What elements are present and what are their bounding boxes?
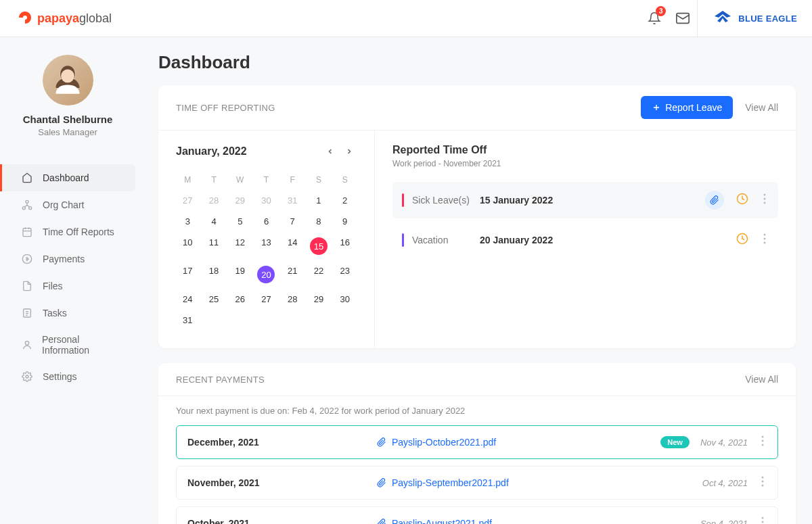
more-button[interactable] [759,435,767,449]
logo[interactable]: papayaglobal [17,10,112,26]
sidebar-item-files[interactable]: Files [0,272,135,300]
svg-point-18 [764,242,766,244]
messages-button[interactable] [669,4,697,32]
pay-file: Payslip-October2021.pdf [377,437,660,448]
pending-button[interactable] [736,233,748,247]
svg-point-17 [764,238,766,240]
file-icon [21,280,33,292]
more-button[interactable] [759,476,767,490]
svg-point-24 [762,485,764,487]
calendar-day[interactable]: 19 [228,262,252,287]
attachment-button[interactable] [705,191,724,210]
dots-vertical-icon [763,233,766,244]
calendar-day[interactable]: 18 [202,262,226,287]
calendar-day[interactable]: 2 [333,191,357,210]
more-button[interactable] [759,517,767,524]
leave-row[interactable]: Vacation 20 January 2022 [392,224,778,256]
calendar-day[interactable]: 23 [333,262,357,287]
calendar-dow: S [307,171,331,189]
calendar-day[interactable]: 16 [333,233,357,259]
pending-button[interactable] [736,193,748,208]
sidebar: Chantal Shelburne Sales Manager Dashboar… [0,37,142,524]
sidebar-item-personal[interactable]: Personal Information [0,327,135,363]
calendar-day-prev[interactable]: 27 [176,191,200,210]
calendar-day[interactable]: 25 [202,290,226,308]
svg-point-19 [762,436,764,438]
payment-row[interactable]: October, 2021Payslip-August2021.pdfSep 4… [176,506,778,524]
calendar-day[interactable]: 29 [307,290,331,308]
calendar-day[interactable]: 5 [228,212,252,231]
calendar-day[interactable]: 30 [333,290,357,308]
papaya-icon [17,10,33,26]
calendar-day[interactable]: 7 [281,212,304,231]
logo-text: papayaglobal [37,11,112,26]
calendar-day[interactable]: 4 [202,212,226,231]
svg-point-9 [25,341,28,345]
calendar-day-prev[interactable]: 29 [228,191,252,210]
calendar-day[interactable]: 12 [228,233,252,259]
report-leave-button[interactable]: Report Leave [641,96,733,119]
calendar-prev-button[interactable] [323,144,338,159]
avatar[interactable] [43,55,93,105]
leave-row[interactable]: Sick Leave(s) 15 January 2022 [392,182,778,218]
calendar-day[interactable]: 15 [307,233,331,259]
payslip-link[interactable]: Payslip-October2021.pdf [392,437,496,448]
svg-point-20 [762,440,764,442]
notification-badge: 3 [656,6,666,16]
svg-point-12 [764,194,766,196]
calendar-day[interactable]: 6 [254,212,278,231]
calendar-day[interactable]: 10 [176,233,200,259]
calendar-day[interactable]: 17 [176,262,200,287]
calendar-day[interactable]: 28 [281,290,304,308]
more-button[interactable] [761,193,769,207]
calendar-next-button[interactable] [342,144,357,159]
svg-point-21 [762,444,764,446]
chevron-right-icon [345,147,353,156]
calendar-day[interactable]: 3 [176,212,200,231]
calendar-day[interactable]: 31 [176,311,200,329]
calendar-day[interactable]: 27 [254,290,278,308]
payments-viewall[interactable]: View All [745,374,778,385]
notifications-button[interactable]: 3 [640,4,669,32]
brand-area[interactable]: BLUE EAGLE [697,0,812,37]
more-button[interactable] [761,233,769,247]
dots-vertical-icon [761,517,764,524]
payment-row[interactable]: December, 2021Payslip-October2021.pdfNew… [176,425,778,459]
calendar-day[interactable]: 1 [307,191,331,210]
calendar-day[interactable]: 11 [202,233,226,259]
calendar-day[interactable]: 21 [281,262,304,287]
calendar-day[interactable]: 26 [228,290,252,308]
calendar-dow: M [176,171,200,189]
calendar-day-prev[interactable]: 28 [202,191,226,210]
main-content: Dashboard TIME OFF REPORTING Report Leav… [142,37,812,524]
calendar-day[interactable]: 9 [333,212,357,231]
svg-point-13 [764,198,766,200]
calendar-day[interactable]: 20 [254,262,278,287]
reported-title: Reported Time Off [392,144,778,156]
nav-label: Time Off Reports [43,227,114,237]
sidebar-item-payments[interactable]: Payments [0,245,135,272]
calendar-day[interactable]: 24 [176,290,200,308]
sidebar-item-dashboard[interactable]: Dashboard [0,164,135,191]
calendar-title: January, 2022 [176,145,247,158]
payment-row[interactable]: November, 2021Payslip-September2021.pdfO… [176,466,778,500]
svg-point-10 [26,375,28,378]
timeoff-viewall[interactable]: View All [745,102,778,113]
payslip-link[interactable]: Payslip-September2021.pdf [392,477,509,488]
calendar-day[interactable]: 14 [281,233,304,259]
nav-label: Org Chart [43,199,84,210]
pay-month: October, 2021 [187,518,377,524]
money-icon [21,253,33,265]
sidebar-item-tasks[interactable]: Tasks [0,300,135,327]
payslip-link[interactable]: Payslip-August2021.pdf [392,518,492,524]
sidebar-item-orgchart[interactable]: Org Chart [0,191,135,218]
calendar-day-prev[interactable]: 30 [254,191,278,210]
svg-point-22 [762,477,764,479]
calendar-day[interactable]: 8 [307,212,331,231]
calendar-day[interactable]: 22 [307,262,331,287]
sidebar-item-timeoff[interactable]: Time Off Reports [0,218,135,245]
leave-date: 15 January 2022 [480,195,553,206]
sidebar-item-settings[interactable]: Settings [0,363,135,390]
calendar-day-prev[interactable]: 31 [281,191,304,210]
calendar-day[interactable]: 13 [254,233,278,259]
